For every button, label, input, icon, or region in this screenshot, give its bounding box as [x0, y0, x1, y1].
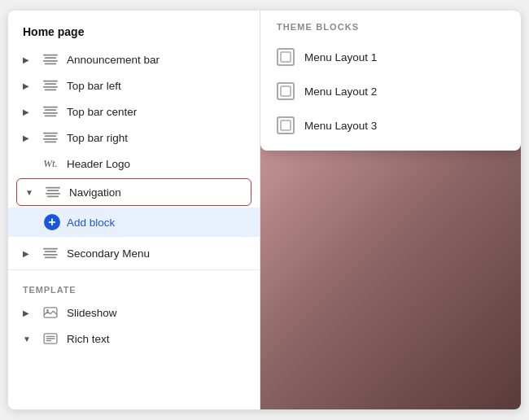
svg-rect-2 — [43, 60, 58, 62]
svg-rect-1 — [45, 57, 56, 59]
grid-icon — [42, 247, 59, 260]
chevron-right-icon: ▶ — [23, 81, 34, 90]
menu-layout-2-label: Menu Layout 2 — [304, 85, 377, 98]
nav-item-top-bar-left[interactable]: ▶ Top bar left — [8, 72, 260, 98]
menu-layout-1-label: Menu Layout 1 — [304, 51, 377, 63]
nav-item-top-bar-right[interactable]: ▶ Top bar right — [8, 125, 260, 151]
add-icon: + — [44, 214, 60, 230]
logo-icon: Wt. — [42, 157, 59, 170]
menu-layout-3-label: Menu Layout 3 — [304, 120, 377, 132]
layout-icon-2 — [277, 82, 295, 100]
svg-rect-18 — [46, 193, 60, 195]
svg-rect-13 — [45, 135, 56, 137]
nav-item-slideshow[interactable]: ▶ Slideshow — [8, 300, 260, 326]
grid-icon — [42, 105, 59, 118]
top-bar-left-label: Top bar left — [67, 80, 248, 92]
image-icon — [42, 306, 59, 319]
chevron-right-icon: ▶ — [23, 308, 34, 317]
add-block-label: Add block — [67, 217, 115, 229]
divider — [8, 269, 260, 270]
chevron-right-icon: ▶ — [23, 133, 34, 142]
svg-rect-4 — [43, 81, 58, 82]
svg-rect-11 — [45, 116, 56, 117]
svg-rect-32 — [281, 120, 291, 130]
chevron-right-icon: ▶ — [23, 55, 34, 64]
theme-blocks-popup: THEME BLOCKS Menu Layout 1 Menu Layout 2 — [260, 11, 521, 151]
svg-rect-3 — [45, 63, 56, 65]
grid-icon — [42, 53, 59, 66]
layout-icon-3 — [277, 116, 295, 134]
right-panel: 𝕏 ◯ □ 📞 +01 23456789 ✉ Ablaze THEME BLOC… — [260, 11, 521, 409]
add-block-button[interactable]: + Add block — [8, 208, 260, 237]
chevron-down-icon: ▼ — [25, 188, 37, 197]
layout-icon-1 — [277, 48, 295, 66]
grid-icon — [42, 79, 59, 92]
grid-icon — [45, 186, 61, 199]
svg-rect-5 — [45, 83, 56, 85]
chevron-down-icon: ▼ — [23, 335, 34, 343]
svg-rect-17 — [47, 190, 59, 191]
nav-item-top-bar-center[interactable]: ▶ Top bar center — [8, 98, 260, 125]
svg-rect-22 — [43, 254, 58, 256]
layout-item-2[interactable]: Menu Layout 2 — [260, 74, 521, 108]
panel-title: Home page — [8, 11, 260, 46]
slideshow-label: Slideshow — [67, 307, 248, 319]
chevron-right-icon: ▶ — [23, 249, 34, 258]
svg-rect-20 — [43, 248, 58, 250]
svg-rect-16 — [46, 187, 60, 189]
svg-rect-8 — [43, 107, 58, 108]
nav-item-navigation[interactable]: ▼ Navigation — [16, 178, 251, 206]
svg-point-25 — [46, 309, 49, 312]
svg-rect-23 — [45, 257, 56, 259]
theme-blocks-label: THEME BLOCKS — [260, 22, 521, 40]
svg-rect-31 — [281, 86, 291, 96]
svg-rect-12 — [43, 133, 58, 134]
svg-rect-10 — [43, 112, 58, 114]
top-bar-center-label: Top bar center — [67, 106, 248, 118]
navigation-label: Navigation — [69, 186, 244, 199]
svg-rect-30 — [281, 52, 291, 62]
svg-rect-0 — [43, 55, 58, 56]
svg-rect-19 — [47, 196, 59, 198]
nav-item-secondary-menu[interactable]: ▶ Secondary Menu — [8, 240, 260, 266]
announcement-bar-label: Announcement bar — [67, 54, 248, 66]
secondary-menu-label: Secondary Menu — [67, 247, 248, 260]
layout-item-1[interactable]: Menu Layout 1 — [260, 40, 521, 74]
grid-icon — [42, 131, 59, 144]
nav-item-announcement-bar[interactable]: ▶ Announcement bar — [8, 46, 260, 72]
nav-item-header-logo[interactable]: ▶ Wt. Header Logo — [8, 151, 260, 177]
svg-rect-21 — [45, 251, 56, 252]
rich-text-label: Rich text — [67, 333, 248, 345]
header-logo-label: Header Logo — [67, 158, 248, 170]
svg-rect-9 — [45, 109, 56, 111]
template-section-label: TEMPLATE — [8, 273, 260, 300]
svg-rect-14 — [43, 138, 58, 140]
top-bar-right-label: Top bar right — [67, 132, 248, 144]
nav-item-rich-text[interactable]: ▼ Rich text — [8, 326, 260, 352]
svg-rect-6 — [43, 86, 58, 88]
layout-item-3[interactable]: Menu Layout 3 — [260, 108, 521, 142]
svg-rect-7 — [45, 90, 56, 91]
left-panel: Home page ▶ Announcement bar ▶ — [8, 11, 260, 409]
svg-rect-15 — [45, 142, 56, 143]
chevron-right-icon: ▶ — [23, 107, 34, 116]
text-icon — [42, 332, 59, 345]
